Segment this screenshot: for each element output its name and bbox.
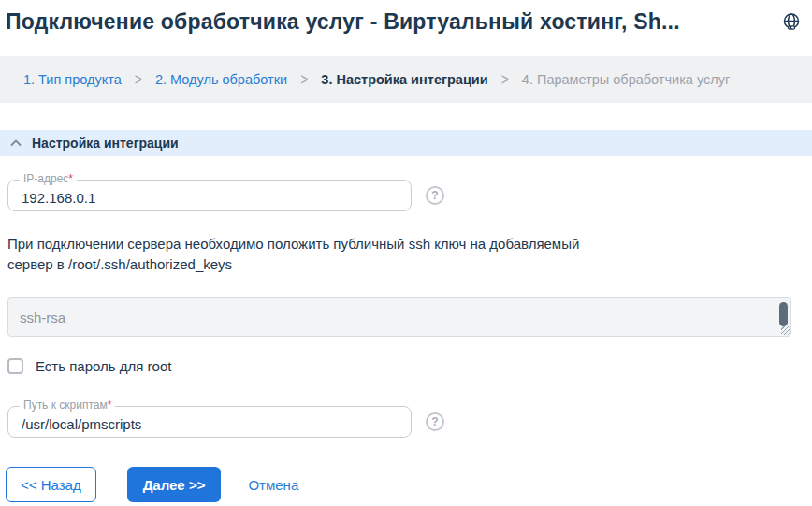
section-title: Настройка интеграции	[32, 136, 179, 151]
root-password-checkbox-label: Есть пароль для root	[36, 358, 171, 374]
wizard-step-processing-module[interactable]: 2. Модуль обработки	[155, 72, 287, 87]
section-header-integration[interactable]: Настройка интеграции	[0, 130, 812, 156]
resize-handle-icon[interactable]	[781, 326, 790, 335]
required-asterisk: *	[108, 398, 112, 412]
header: Подключение обработчика услуг - Виртуаль…	[0, 0, 812, 37]
ssh-key-value: ssh-rsa	[20, 310, 65, 325]
scrollbar-thumb[interactable]	[779, 302, 788, 326]
back-button[interactable]: << Назад	[6, 467, 96, 502]
next-button[interactable]: Далее >>	[127, 467, 222, 502]
page-title: Подключение обработчика услуг - Виртуаль…	[6, 9, 775, 35]
ssh-key-hint-line1: При подключении сервера необходимо полож…	[7, 234, 812, 254]
wizard-steps: 1. Тип продукта > 2. Модуль обработки > …	[0, 56, 812, 103]
step-separator-icon: >	[135, 70, 142, 90]
wizard-step-integration-setup: 3. Настройка интеграции	[321, 72, 487, 87]
ip-address-label: IP-адрес*	[20, 172, 77, 185]
wizard-step-handler-params: 4. Параметры обработчика услуг	[522, 72, 730, 87]
ssh-key-hint-line2: сервер в /root/.ssh/authorized_keys	[7, 254, 812, 275]
scripts-path-label: Путь к скриптам*	[20, 398, 115, 412]
help-icon[interactable]: ?	[426, 412, 444, 431]
step-separator-icon: >	[501, 70, 509, 90]
ssh-key-textarea[interactable]: ssh-rsa	[7, 297, 791, 337]
integration-form: IP-адрес* ? При подключении сервера необ…	[0, 180, 812, 438]
wizard-step-product-type[interactable]: 1. Тип продукта	[23, 72, 122, 87]
ip-address-field-frame: IP-адрес*	[7, 180, 412, 211]
required-asterisk: *	[68, 172, 73, 185]
ssh-key-hint: При подключении сервера необходимо полож…	[7, 234, 812, 275]
root-password-checkbox[interactable]	[7, 358, 23, 374]
root-password-checkbox-row[interactable]: Есть пароль для root	[7, 358, 812, 374]
wizard-footer: << Назад Далее >> Отмена	[0, 467, 812, 502]
step-separator-icon: >	[300, 70, 308, 90]
chevron-up-icon	[9, 137, 22, 150]
cancel-link[interactable]: Отмена	[248, 477, 298, 493]
scripts-path-field-frame: Путь к скриптам*	[7, 406, 412, 438]
help-icon[interactable]: ?	[426, 186, 444, 205]
globe-link-icon[interactable]	[780, 11, 803, 34]
